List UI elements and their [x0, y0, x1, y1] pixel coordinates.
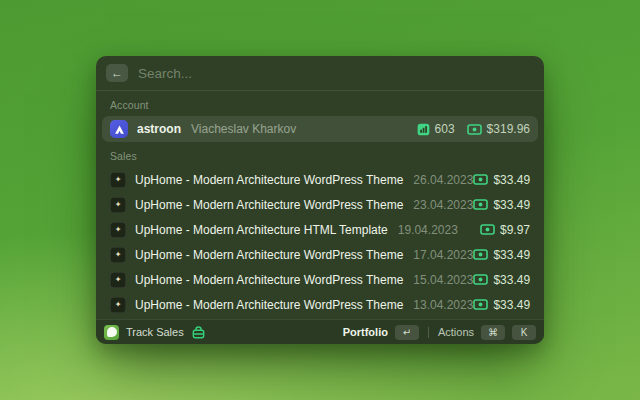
sale-date: 26.04.2023 [413, 173, 473, 187]
sale-date: 19.04.2023 [398, 223, 458, 237]
uphome-logo-icon: ✦ [115, 276, 122, 284]
search-bar: ← Search... [96, 56, 544, 91]
enter-key-icon: ↵ [395, 325, 419, 340]
account-row[interactable]: astroon Viacheslav Kharkov 603 [102, 116, 538, 142]
k-key-icon: K [512, 325, 536, 340]
mountain-logo-icon [114, 124, 125, 135]
results-list: Account astroon Viacheslav Kharkov [96, 91, 544, 319]
product-thumbnail: ✦ [110, 297, 126, 313]
track-sales-app-icon [104, 325, 119, 340]
sale-list-item[interactable]: ✦ UpHome - Modern Architecture WordPress… [102, 242, 538, 267]
sales-count-value: 603 [435, 122, 455, 136]
sale-price: $33.49 [493, 248, 530, 262]
banknote-icon [473, 174, 488, 185]
revenue-badge: $319.96 [467, 122, 530, 136]
bag-icon [191, 326, 206, 339]
sale-title: UpHome - Modern Architecture HTML Templa… [135, 223, 388, 237]
sale-date: 15.04.2023 [413, 273, 473, 287]
sale-list-item[interactable]: ✦ UpHome - Modern Architecture WordPress… [102, 267, 538, 292]
sale-list-item[interactable]: ✦ UpHome - Modern Architecture WordPress… [102, 167, 538, 192]
sale-date: 13.04.2023 [413, 298, 473, 312]
back-button[interactable]: ← [106, 64, 128, 82]
sale-title: UpHome - Modern Architecture WordPress T… [135, 273, 403, 287]
sale-list-item[interactable]: ✦ UpHome - Modern Architecture WordPress… [102, 192, 538, 217]
sales-count-badge: 603 [417, 122, 455, 136]
sale-price: $9.97 [500, 223, 530, 237]
revenue-value: $319.96 [487, 122, 530, 136]
sale-title: UpHome - Modern Architecture WordPress T… [135, 298, 403, 312]
sale-price: $33.49 [493, 173, 530, 187]
launcher-window: ← Search... Account astroon Viacheslav K… [96, 56, 544, 344]
product-thumbnail: ✦ [110, 247, 126, 263]
sale-list-item[interactable]: ✦ UpHome - Modern Architecture WordPress… [102, 292, 538, 317]
sale-price-badge: $33.49 [473, 173, 530, 187]
sale-price-badge: $33.49 [473, 198, 530, 212]
banknote-icon [473, 274, 488, 285]
banknote-icon [473, 299, 488, 310]
sale-price-badge: $33.49 [473, 248, 530, 262]
cmd-key-icon: ⌘ [481, 325, 505, 340]
account-owner: Viacheslav Kharkov [191, 122, 296, 136]
sale-price: $33.49 [493, 198, 530, 212]
section-header-account: Account [102, 91, 538, 116]
uphome-logo-icon: ✦ [115, 301, 122, 309]
sale-price-badge: $9.97 [480, 223, 530, 237]
sale-title: UpHome - Modern Architecture WordPress T… [135, 198, 403, 212]
uphome-logo-icon: ✦ [115, 251, 122, 259]
footer-bar: Track Sales Portfolio ↵ Actions ⌘ K [96, 319, 544, 344]
primary-action-label[interactable]: Portfolio [343, 326, 388, 338]
uphome-logo-icon: ✦ [115, 226, 122, 234]
sale-price: $33.49 [493, 273, 530, 287]
product-thumbnail: ✦ [110, 272, 126, 288]
product-thumbnail: ✦ [110, 222, 126, 238]
sale-price-badge: $33.49 [473, 298, 530, 312]
footer-app-name: Track Sales [126, 326, 184, 338]
uphome-logo-icon: ✦ [115, 201, 122, 209]
banknote-icon [473, 199, 488, 210]
sale-title: UpHome - Modern Architecture WordPress T… [135, 173, 403, 187]
footer-divider [428, 327, 429, 338]
arrow-left-icon: ← [111, 66, 123, 80]
account-name: astroon [137, 122, 181, 136]
desktop-background: ← Search... Account astroon Viacheslav K… [0, 0, 640, 400]
banknote-icon [480, 224, 495, 235]
sale-date: 23.04.2023 [413, 198, 473, 212]
search-input[interactable]: Search... [138, 66, 192, 81]
sale-price-badge: $33.49 [473, 273, 530, 287]
actions-menu-label[interactable]: Actions [438, 326, 474, 338]
astroon-avatar-icon [110, 120, 128, 138]
banknote-icon [467, 124, 482, 135]
sale-list-item[interactable]: ✦ UpHome - Modern Architecture HTML Temp… [102, 217, 538, 242]
uphome-logo-icon: ✦ [115, 176, 122, 184]
sales-rows-container: ✦ UpHome - Modern Architecture WordPress… [102, 167, 538, 319]
product-thumbnail: ✦ [110, 197, 126, 213]
banknote-icon [473, 249, 488, 260]
sale-date: 17.04.2023 [413, 248, 473, 262]
section-header-sales: Sales [102, 142, 538, 167]
sale-title: UpHome - Modern Architecture WordPress T… [135, 248, 403, 262]
product-thumbnail: ✦ [110, 172, 126, 188]
chart-icon [417, 123, 430, 136]
sale-price: $33.49 [493, 298, 530, 312]
